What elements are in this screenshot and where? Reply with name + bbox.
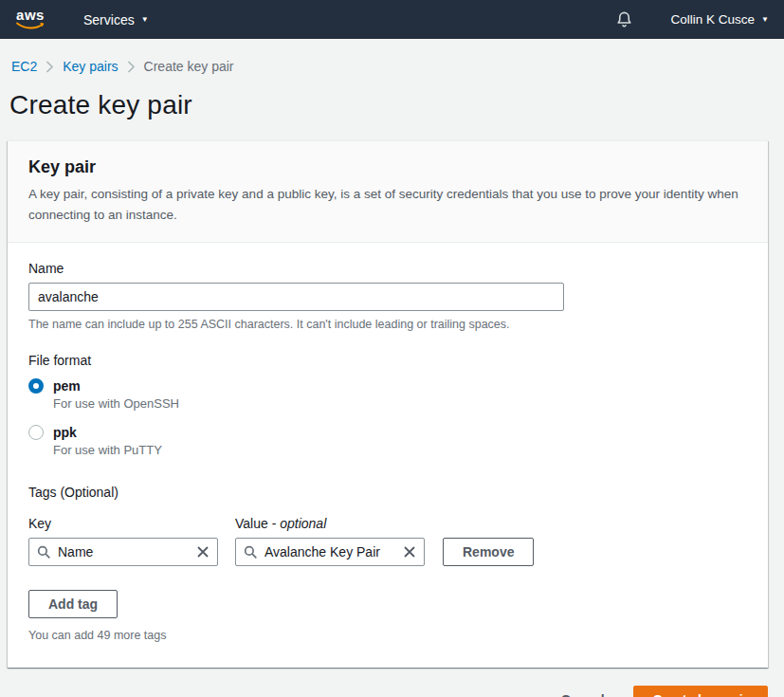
key-pair-panel: Key pair A key pair, consisting of a pri… bbox=[8, 140, 768, 668]
file-format-label: File format bbox=[28, 353, 747, 368]
radio-button-pem[interactable] bbox=[28, 378, 44, 394]
tags-section: Tags (Optional) Key Value - optional Nam… bbox=[28, 485, 747, 642]
cancel-button[interactable]: Cancel bbox=[561, 692, 605, 697]
form-actions: Cancel Create key pair bbox=[16, 668, 768, 697]
tag-column-headers: Key Value - optional bbox=[28, 516, 747, 531]
breadcrumb-link-key-pairs[interactable]: Key pairs bbox=[63, 59, 118, 74]
file-format-option-ppk[interactable]: ppk For use with PuTTY bbox=[28, 425, 747, 457]
name-field-help-text: The name can include up to 255 ASCII cha… bbox=[28, 318, 747, 331]
add-tag-button[interactable]: Add tag bbox=[28, 590, 118, 618]
create-key-pair-button[interactable]: Create key pair bbox=[633, 686, 768, 697]
radio-label-pem: pem bbox=[53, 378, 81, 394]
close-icon bbox=[403, 545, 416, 559]
panel-header: Key pair A key pair, consisting of a pri… bbox=[8, 141, 768, 243]
clear-tag-key-button[interactable] bbox=[196, 545, 210, 559]
tag-value-value: Avalanche Key Pair bbox=[264, 544, 396, 559]
panel-description: A key pair, consisting of a private key … bbox=[28, 184, 747, 225]
caret-down-icon: ▼ bbox=[141, 16, 149, 24]
tag-row: Name Avalanche Key Pair bbox=[28, 538, 747, 566]
services-menu-label: Services bbox=[83, 12, 135, 28]
tag-key-value: Name bbox=[58, 544, 190, 559]
aws-logo-smile-icon bbox=[15, 22, 46, 30]
radio-button-ppk[interactable] bbox=[28, 425, 44, 440]
aws-logo-text: aws bbox=[16, 9, 45, 22]
bell-icon bbox=[615, 10, 633, 28]
file-format-group: File format pem For use with OpenSSH ppk… bbox=[28, 353, 747, 457]
caret-down-icon: ▼ bbox=[761, 16, 769, 24]
top-navigation-bar: aws Services ▼ Collin K Cusce ▼ bbox=[0, 0, 784, 39]
file-format-option-pem[interactable]: pem For use with OpenSSH bbox=[28, 378, 747, 411]
chevron-right-icon bbox=[46, 61, 54, 73]
topnav-right-group: Collin K Cusce ▼ bbox=[615, 10, 769, 28]
notifications-bell-button[interactable] bbox=[615, 10, 633, 28]
services-menu[interactable]: Services ▼ bbox=[83, 12, 149, 28]
tag-value-optional-label: optional bbox=[280, 516, 326, 531]
panel-body: Name The name can include up to 255 ASCI… bbox=[8, 243, 768, 668]
key-pair-name-input[interactable] bbox=[28, 283, 564, 311]
user-account-menu[interactable]: Collin K Cusce ▼ bbox=[671, 12, 769, 27]
username-label: Collin K Cusce bbox=[671, 12, 756, 27]
clear-tag-value-button[interactable] bbox=[403, 545, 416, 559]
chevron-right-icon bbox=[127, 61, 136, 73]
tag-value-input[interactable]: Avalanche Key Pair bbox=[235, 538, 425, 566]
remove-tag-button[interactable]: Remove bbox=[443, 538, 534, 566]
aws-logo[interactable]: aws bbox=[13, 9, 47, 30]
tag-value-column-header: Value - optional bbox=[235, 516, 326, 531]
radio-label-ppk: ppk bbox=[53, 425, 77, 440]
name-field-label: Name bbox=[28, 261, 747, 276]
radio-description-ppk: For use with PuTTY bbox=[53, 443, 747, 457]
page-title: Create key pair bbox=[9, 90, 784, 120]
tag-key-column-header: Key bbox=[28, 516, 235, 531]
tag-key-input[interactable]: Name bbox=[28, 538, 218, 566]
breadcrumb-current-page: Create key pair bbox=[144, 59, 234, 74]
breadcrumb-link-ec2[interactable]: EC2 bbox=[11, 59, 37, 74]
breadcrumb: EC2 Key pairs Create key pair bbox=[0, 39, 784, 74]
search-icon bbox=[244, 545, 258, 559]
tags-remaining-text: You can add 49 more tags bbox=[28, 629, 747, 642]
name-field-group: Name The name can include up to 255 ASCI… bbox=[28, 261, 747, 331]
search-icon bbox=[37, 545, 51, 559]
radio-description-pem: For use with OpenSSH bbox=[53, 396, 747, 411]
close-icon bbox=[196, 545, 210, 559]
panel-title: Key pair bbox=[28, 157, 747, 177]
tags-section-label: Tags (Optional) bbox=[28, 485, 747, 500]
